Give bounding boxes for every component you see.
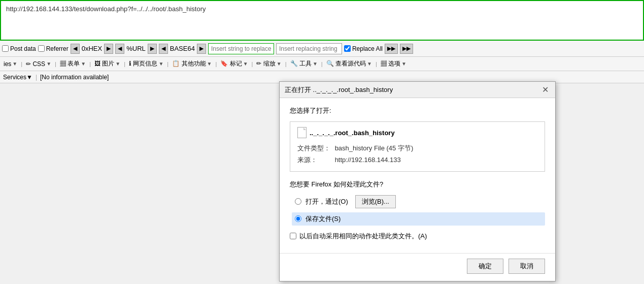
save-option-label: 保存文件(S) xyxy=(306,214,341,224)
file-type-label: 文件类型： xyxy=(297,142,333,154)
toolbar-zoom[interactable]: ✏ 缩放▼ xyxy=(255,59,283,69)
url-right-arrow[interactable]: ▶ xyxy=(148,44,157,54)
services-menu[interactable]: Services▼ xyxy=(3,74,32,81)
open-radio[interactable] xyxy=(295,198,301,205)
toolbar2: ies▼ | ✏ CSS▼ | ▦ 表单▼ | 🖼 图片▼ | ℹ 网页信息▼ … xyxy=(0,57,644,71)
source-row: 来源： http://192.168.144.133 xyxy=(297,154,537,166)
toolbar-mark[interactable]: 🔖 标记▼ xyxy=(219,59,249,69)
open-option-row: 打开，通过(O) 浏览(B)... xyxy=(295,195,545,208)
referrer-checkbox[interactable] xyxy=(38,45,45,52)
url-left-arrow[interactable]: ◀ xyxy=(115,44,124,54)
toolbar-forms[interactable]: ▦ 表单▼ xyxy=(58,59,87,69)
file-name-row: .._._._._.root_.bash_history xyxy=(297,127,537,138)
auto-checkbox-row: 以后自动采用相同的动作处理此类文件。(A) xyxy=(290,232,545,241)
replace-right-arrow[interactable]: ▶▶ xyxy=(400,44,413,54)
insert-replace-input[interactable] xyxy=(208,43,274,54)
file-open-dialog: 正在打开 .._._._._.root_.bash_history ✕ 您选择了… xyxy=(279,81,556,281)
url-label: %URL xyxy=(126,45,146,52)
dialog-body: 您选择了打开: .._._._._.root_.bash_history 文件类… xyxy=(280,98,555,249)
toolbar-css[interactable]: ✏ CSS▼ xyxy=(24,60,53,68)
post-data-checkbox[interactable] xyxy=(2,45,9,52)
insert-replacing-input[interactable] xyxy=(276,43,342,54)
file-name: .._._._._.root_.bash_history xyxy=(310,129,395,137)
url-bar[interactable]: http://192.168.144.133/test/download.php… xyxy=(0,0,644,41)
url-text: http://192.168.144.133/test/download.php… xyxy=(6,5,206,13)
file-type-value: bash_history File (45 字节) xyxy=(335,144,414,152)
cancel-button[interactable]: 取消 xyxy=(509,259,545,274)
dialog-close-button[interactable]: ✕ xyxy=(540,85,550,94)
radio-group: 打开，通过(O) 浏览(B)... 保存文件(S) xyxy=(295,195,545,226)
toolbar-tools[interactable]: 🔧 工具▼ xyxy=(289,59,319,69)
toolbar-pageinfo[interactable]: ℹ 网页信息▼ xyxy=(127,59,165,69)
hex-label: 0xHEX xyxy=(82,45,102,52)
dialog-title: 正在打开 .._._._._.root_.bash_history xyxy=(285,85,393,94)
info-text: [No information available] xyxy=(40,74,109,81)
base64-left-arrow[interactable]: ◀ xyxy=(159,44,168,54)
replace-left-arrow[interactable]: ▶▶ xyxy=(385,44,398,54)
hex-left-arrow[interactable]: ◀ xyxy=(71,44,80,54)
toolbar-source[interactable]: 🔍 查看源代码▼ xyxy=(325,59,374,69)
dialog-intro: 您选择了打开: xyxy=(290,106,545,115)
auto-checkbox[interactable] xyxy=(290,233,296,239)
toolbar-ies[interactable]: ies▼ xyxy=(2,60,19,68)
dialog-titlebar: 正在打开 .._._._._.root_.bash_history ✕ xyxy=(280,82,555,98)
source-label: 来源： xyxy=(297,154,333,166)
file-type-row: 文件类型： bash_history File (45 字节) xyxy=(297,142,537,154)
toolbar-options[interactable]: ▦ 选项▼ xyxy=(379,59,408,69)
save-option-row: 保存文件(S) xyxy=(292,212,545,226)
toolbar1: Post data Referrer ◀ 0xHEX ▶ ◀ %URL ▶ ◀ … xyxy=(0,41,644,57)
source-value: http://192.168.144.133 xyxy=(335,156,401,164)
open-option-label: 打开，通过(O) xyxy=(306,197,348,206)
toolbar-images[interactable]: 🖼 图片▼ xyxy=(93,59,122,69)
referrer-checkbox-label[interactable]: Referrer xyxy=(38,45,69,52)
confirm-button[interactable]: 确定 xyxy=(467,259,503,274)
base64-label: BASE64 xyxy=(170,45,195,52)
replace-all-checkbox[interactable] xyxy=(344,45,351,52)
file-info-box: .._._._._.root_.bash_history 文件类型： bash_… xyxy=(290,121,545,172)
auto-checkbox-label: 以后自动采用相同的动作处理此类文件。(A) xyxy=(299,232,427,241)
question-text: 您想要 Firefox 如何处理此文件? xyxy=(290,180,545,189)
toolbar-other[interactable]: 📋 其他功能▼ xyxy=(171,59,213,69)
hex-right-arrow[interactable]: ▶ xyxy=(104,44,113,54)
file-icon xyxy=(297,127,307,138)
file-meta: 文件类型： bash_history File (45 字节) 来源： http… xyxy=(297,142,537,166)
post-data-checkbox-label[interactable]: Post data xyxy=(2,45,36,52)
dialog-footer: 确定 取消 xyxy=(280,253,555,281)
base64-right-arrow[interactable]: ▶ xyxy=(197,44,206,54)
browse-button[interactable]: 浏览(B)... xyxy=(355,195,396,208)
save-radio[interactable] xyxy=(295,215,301,222)
replace-all-checkbox-label[interactable]: Replace All xyxy=(344,45,383,52)
